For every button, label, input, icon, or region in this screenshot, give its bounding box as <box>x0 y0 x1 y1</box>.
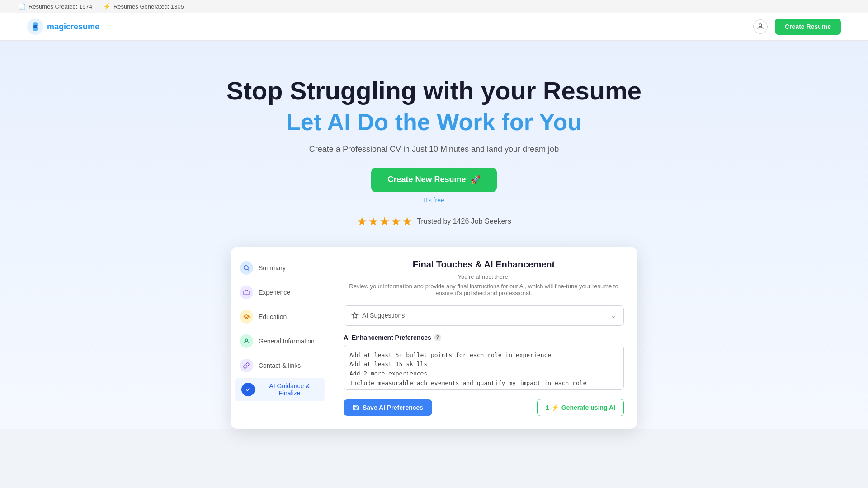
resumes-generated-stat: ⚡ Resumes Generated: 1305 <box>103 3 184 10</box>
sidebar-label-contact: Contact & links <box>259 362 301 369</box>
hero-heading2: Let AI Do the Work for You <box>18 108 850 136</box>
chevron-down-icon: ⌄ <box>610 311 616 320</box>
section-desc2: Review your information and provide any … <box>344 283 624 296</box>
lightning-icon: ⚡ <box>103 3 111 10</box>
save-icon <box>353 404 359 411</box>
resume-sidebar: Summary Experience Education <box>231 247 330 429</box>
sidebar-label-experience: Experience <box>259 289 290 296</box>
logo-text: magicresume <box>47 22 99 32</box>
create-resume-button[interactable]: Create Resume <box>775 19 841 35</box>
sidebar-item-contact[interactable]: Contact & links <box>231 353 330 378</box>
dropdown-label: AI Suggestions <box>351 312 405 319</box>
help-icon: ? <box>434 334 441 341</box>
rocket-icon: 🚀 <box>471 175 481 185</box>
ai-pref-label: AI Enhancement Preferences ? <box>344 334 624 341</box>
summary-icon <box>240 261 253 275</box>
svg-point-1 <box>33 25 37 28</box>
resumes-created-stat: 📄 Resumes Created: 1574 <box>18 3 92 10</box>
sidebar-label-summary: Summary <box>259 264 286 272</box>
hero-section: Stop Struggling with your Resume Let AI … <box>0 41 868 429</box>
dropdown-text: AI Suggestions <box>362 312 405 319</box>
sidebar-item-summary[interactable]: Summary <box>231 256 330 280</box>
svg-point-5 <box>245 339 248 341</box>
general-info-icon <box>240 334 253 348</box>
its-free-link[interactable]: It's free <box>18 197 850 204</box>
sidebar-label-general-info: General Information <box>259 338 315 345</box>
generate-using-ai-button[interactable]: 1 ⚡ Generate using AI <box>537 399 624 416</box>
svg-point-3 <box>244 265 248 269</box>
section-title: Final Touches & AI Enhancement <box>344 259 624 270</box>
resumes-generated-label: Resumes Generated: 1305 <box>113 3 184 10</box>
ai-finalize-icon <box>241 383 255 396</box>
hero-cta-button[interactable]: Create New Resume 🚀 <box>371 168 496 192</box>
save-ai-preferences-button[interactable]: Save AI Preferences <box>344 399 432 416</box>
sidebar-item-education[interactable]: Education <box>231 305 330 329</box>
hero-heading1: Stop Struggling with your Resume <box>18 77 850 105</box>
navbar: magicresume Create Resume <box>0 13 868 41</box>
stars-row: ★★★★★ Trusted by 1426 Job Seekers <box>18 215 850 229</box>
ai-preferences-textarea[interactable]: Add at least 5+ bullet points for each r… <box>344 345 624 390</box>
nav-actions: Create Resume <box>753 19 841 35</box>
main-content: Final Touches & AI Enhancement You're al… <box>330 247 637 429</box>
bottom-actions: Save AI Preferences 1 ⚡ Generate using A… <box>344 399 624 416</box>
star-icons: ★★★★★ <box>357 215 413 229</box>
hero-subtitle: Create a Professional CV in Just 10 Minu… <box>18 145 850 154</box>
sidebar-label-ai-finalize: AI Guidance & Finalize <box>260 382 319 397</box>
ai-suggestions-dropdown[interactable]: AI Suggestions ⌄ <box>344 305 624 326</box>
document-icon: 📄 <box>18 3 26 10</box>
sparkle-icon <box>351 312 359 319</box>
section-desc1: You're almost there! <box>344 273 624 280</box>
svg-rect-4 <box>244 291 249 295</box>
save-btn-label: Save AI Preferences <box>363 404 423 411</box>
contact-icon <box>240 359 253 372</box>
top-bar: 📄 Resumes Created: 1574 ⚡ Resumes Genera… <box>0 0 868 13</box>
logo-icon <box>27 19 43 35</box>
generate-prefix: 1 ⚡ <box>546 404 559 411</box>
sidebar-item-ai-finalize[interactable]: AI Guidance & Finalize <box>235 378 325 401</box>
resumes-created-label: Resumes Created: 1574 <box>28 3 92 10</box>
sidebar-item-experience[interactable]: Experience <box>231 280 330 305</box>
education-icon <box>240 310 253 324</box>
user-account-icon[interactable] <box>753 19 768 34</box>
experience-icon <box>240 286 253 299</box>
generate-label: Generate using AI <box>561 404 615 411</box>
sidebar-label-education: Education <box>259 313 287 320</box>
trusted-text: Trusted by 1426 Job Seekers <box>417 217 511 225</box>
resume-builder-card: Summary Experience Education <box>231 247 637 429</box>
svg-point-2 <box>759 24 762 27</box>
sidebar-item-general-info[interactable]: General Information <box>231 329 330 353</box>
logo: magicresume <box>27 19 99 35</box>
hero-cta-label: Create New Resume <box>387 175 466 184</box>
